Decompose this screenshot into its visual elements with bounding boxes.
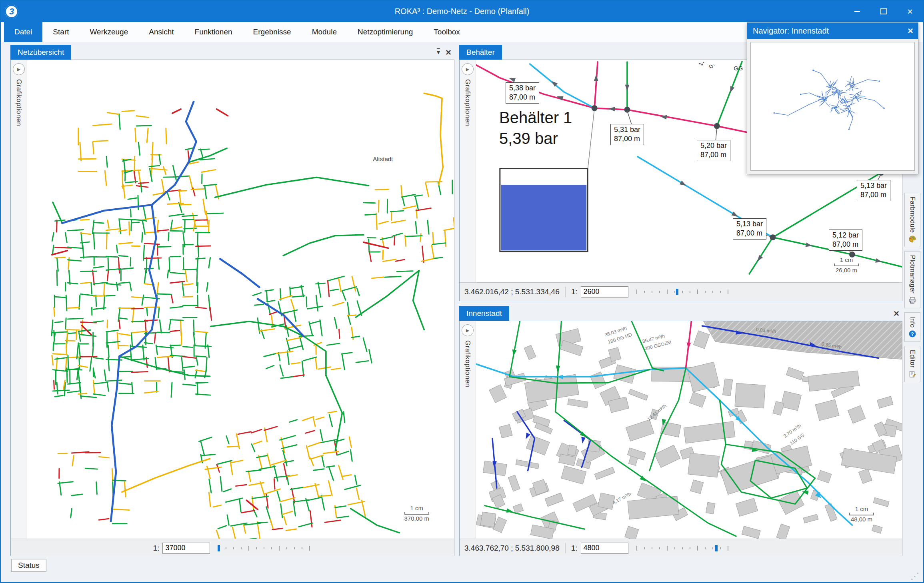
- slider-tick: [256, 547, 257, 549]
- side-tab-label: Editor: [909, 350, 916, 368]
- side-tab-label: Farbmodule: [909, 197, 916, 233]
- side-tab-editor[interactable]: Editor: [904, 346, 920, 382]
- slider-tick: [712, 291, 713, 293]
- slider-tick: [667, 290, 668, 294]
- tab-behaelter[interactable]: Behälter: [459, 45, 502, 60]
- app-window: 3 ROKA³ : Demo-Netz - Demo (Planfall) × …: [0, 0, 924, 583]
- tab-netzuebersicht[interactable]: Netzübersicht: [10, 45, 71, 60]
- menu-item-datei[interactable]: Datei: [4, 22, 42, 42]
- slider-tick: [682, 547, 683, 549]
- scale-label: 1:: [571, 288, 578, 296]
- panel-innenstadt: Innenstadt × ▶ Grafikoptionen 1 cm: [459, 306, 902, 557]
- scale-input[interactable]: [581, 286, 628, 297]
- grafikoptionen-toggle[interactable]: ▶: [462, 63, 474, 75]
- slider-handle[interactable]: [218, 545, 220, 551]
- grafikoptionen-label: Grafikoptionen: [464, 79, 472, 126]
- side-tab-strip: FarbmodulePlotmanagerInfo?Editor: [903, 193, 922, 382]
- maximize-icon: [880, 8, 887, 14]
- menu-item-ergebnisse[interactable]: Ergebnisse: [243, 22, 302, 42]
- innenstadt-map[interactable]: 1 cm 48,00 m 38,03 m³/h180 GG HD35,47 m³…: [476, 321, 902, 539]
- grafikoptionen-label: Grafikoptionen: [464, 340, 472, 387]
- status-tab[interactable]: Status: [11, 559, 46, 572]
- menu-item-werkzeuge[interactable]: Werkzeuge: [79, 22, 138, 42]
- zoom-slider[interactable]: [634, 288, 730, 296]
- behaelter-bottombar: 3.462.016,42 ; 5.531.334,46 1:: [460, 282, 902, 301]
- navigator-close-icon[interactable]: ×: [908, 23, 913, 39]
- slider-tick: [667, 546, 668, 551]
- status-bar: Status ⋰: [1, 556, 923, 582]
- svg-text:1,: 1,: [697, 60, 705, 67]
- minimize-button[interactable]: [844, 1, 870, 22]
- slider-tick: [690, 291, 690, 293]
- side-tab-label: Plotmanager: [909, 255, 916, 293]
- scale-input[interactable]: [162, 543, 210, 554]
- slider-tick: [659, 547, 660, 549]
- slider-tick: [294, 547, 295, 549]
- navigator-title: Navigator: Innenstadt: [753, 26, 829, 36]
- slider-tick: [697, 290, 698, 294]
- slider-tick: [241, 547, 242, 549]
- menu-item-start[interactable]: Start: [42, 22, 79, 42]
- navigator-titlebar[interactable]: Navigator: Innenstadt ×: [747, 23, 918, 39]
- slider-tick: [286, 547, 287, 549]
- slider-tick: [674, 547, 675, 549]
- info-icon: ?: [908, 330, 916, 338]
- panel-close-icon[interactable]: ×: [894, 309, 899, 318]
- grafikoptionen-strip: ▶ Grafikoptionen: [460, 321, 476, 539]
- minimize-icon: [854, 11, 860, 12]
- menu-item-toolbox[interactable]: Toolbox: [423, 22, 470, 42]
- slider-tick: [705, 547, 706, 549]
- zoom-slider[interactable]: [634, 544, 730, 552]
- navigator-minimap[interactable]: [750, 42, 915, 171]
- slider-tick: [705, 291, 706, 293]
- svg-text:?: ?: [911, 331, 914, 337]
- svg-text:0,: 0,: [707, 62, 716, 70]
- slider-tick: [248, 546, 249, 551]
- slider-tick: [712, 547, 713, 549]
- resize-grip[interactable]: ⋰: [910, 571, 919, 581]
- slider-tick: [652, 291, 652, 293]
- close-icon: ×: [907, 7, 913, 16]
- slider-tick: [302, 547, 302, 549]
- menu-item-ansicht[interactable]: Ansicht: [138, 22, 184, 42]
- scale-input[interactable]: [581, 543, 628, 554]
- coordinates-readout: 3.463.762,70 ; 5.531.800,98: [464, 544, 560, 553]
- editor-icon: [908, 370, 916, 378]
- panel-close-icon[interactable]: ×: [446, 48, 451, 57]
- slider-tick: [659, 291, 660, 293]
- slider-tick: [720, 547, 721, 549]
- slider-tick: [264, 547, 264, 549]
- menu-item-module[interactable]: Module: [302, 22, 347, 42]
- menu-item-funktionen[interactable]: Funktionen: [184, 22, 243, 42]
- netzuebersicht-map[interactable]: Altstadt 1 cm 370,00 m: [27, 60, 454, 539]
- grafikoptionen-strip: ▶ Grafikoptionen: [11, 60, 27, 539]
- slider-tick: [233, 547, 234, 549]
- slider-tick: [652, 547, 652, 549]
- slider-tick: [728, 546, 728, 551]
- netzuebersicht-map-svg: [27, 60, 454, 539]
- side-tab-plotmanager[interactable]: Plotmanager: [904, 251, 920, 308]
- grafikoptionen-label: Grafikoptionen: [15, 79, 23, 126]
- zoom-slider[interactable]: [216, 544, 312, 552]
- side-tab-info[interactable]: Info?: [904, 312, 920, 342]
- tab-innenstadt[interactable]: Innenstadt: [459, 306, 509, 321]
- title-bar[interactable]: 3 ROKA³ : Demo-Netz - Demo (Planfall) ×: [1, 1, 923, 22]
- netz-bottombar: 1:: [11, 539, 454, 557]
- maximize-button[interactable]: [870, 1, 897, 22]
- slider-handle[interactable]: [676, 289, 678, 295]
- coordinates-readout: 3.462.016,42 ; 5.531.334,46: [464, 288, 560, 296]
- side-tab-farbmodule[interactable]: Farbmodule: [904, 193, 920, 247]
- window-title: ROKA³ : Demo-Netz - Demo (Planfall): [1, 7, 923, 16]
- slider-tick: [682, 291, 683, 293]
- grafikoptionen-toggle[interactable]: ▶: [13, 63, 25, 75]
- innenstadt-map-svg: [476, 321, 902, 539]
- menu-item-netzoptimierung[interactable]: Netzoptimierung: [347, 22, 423, 42]
- slider-tick: [674, 291, 675, 293]
- slider-tick: [644, 291, 645, 293]
- slider-tick: [279, 546, 280, 551]
- close-button[interactable]: ×: [897, 1, 923, 22]
- slider-handle[interactable]: [715, 545, 718, 551]
- pin-icon[interactable]: ▾: [437, 48, 440, 56]
- grafikoptionen-toggle[interactable]: ▶: [462, 324, 474, 336]
- slider-tick: [636, 290, 637, 294]
